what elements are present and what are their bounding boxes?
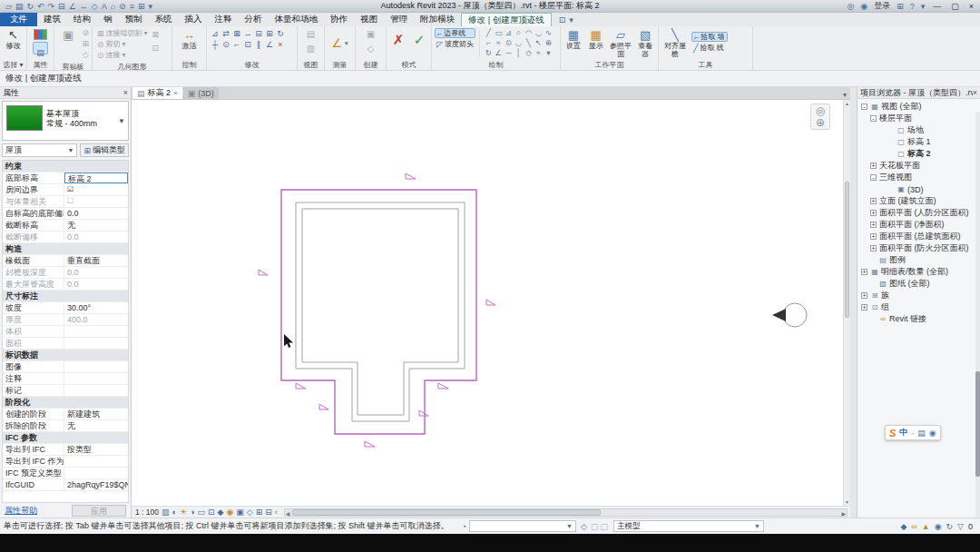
rotate-icon[interactable]: ↻: [275, 28, 286, 39]
analytical-model-icon[interactable]: ◇: [247, 508, 253, 517]
finish-sketch-icon[interactable]: ✓: [410, 28, 428, 52]
property-row[interactable]: 约束: [3, 161, 128, 172]
tree-item[interactable]: ▧ 图纸 (全部): [858, 278, 980, 290]
tree-item[interactable]: + 面积平面 (人防分区面积): [858, 207, 980, 219]
reveal-hidden-icon[interactable]: ◉: [226, 508, 233, 517]
sign-in-label[interactable]: 登录: [874, 0, 890, 12]
browser-scroll-thumb[interactable]: [975, 371, 980, 477]
editing-requests-icon[interactable]: ◇: [581, 522, 587, 531]
copy-clipboard-icon[interactable]: ⊞: [82, 39, 89, 49]
partial-ellipse-icon[interactable]: ◡: [514, 38, 524, 48]
tree-expander[interactable]: +: [861, 269, 867, 275]
modify-button[interactable]: ↖ 修改: [3, 28, 24, 50]
tree-expander[interactable]: -: [861, 104, 867, 110]
browser-scrollbar[interactable]: [975, 112, 980, 518]
open-file-icon[interactable]: ▱: [5, 2, 12, 11]
tree-expander[interactable]: +: [870, 198, 877, 204]
sync-status-icon[interactable]: ↻: [946, 522, 954, 531]
aligned-dimension-icon[interactable]: ↔: [80, 2, 88, 11]
ribbon-tab[interactable]: 体量和场地: [269, 13, 325, 26]
undo-icon[interactable]: ↶: [37, 2, 44, 11]
worksharing-icon[interactable]: ◆: [900, 522, 906, 531]
tree-item[interactable]: + 面积平面 (防火分区面积): [858, 242, 980, 254]
property-row[interactable]: 图像: [3, 361, 128, 373]
tree-item[interactable]: + ⊞ 族: [858, 290, 980, 301]
steering-wheel-icon[interactable]: ◎: [816, 106, 825, 115]
tree-expander[interactable]: +: [861, 304, 867, 310]
viewer-button[interactable]: ▧ 查看器: [635, 28, 655, 58]
property-row[interactable]: 封檐板深度 0.0: [3, 267, 128, 279]
property-row[interactable]: 房间边界 ☑: [3, 184, 128, 196]
worksharing-display-icon[interactable]: ▢: [591, 522, 599, 531]
ribbon-tab[interactable]: 附加模块: [414, 13, 461, 26]
save-icon[interactable]: ▤: [15, 2, 24, 11]
help-icon[interactable]: ?: [910, 2, 915, 11]
cut-geometry-button[interactable]: ⊘剪切 ▾: [95, 39, 150, 49]
split-icon[interactable]: ⊟: [253, 28, 264, 39]
tree-item[interactable]: ∞ Revit 链接: [858, 313, 980, 325]
tree-item[interactable]: - 三维视图: [858, 172, 980, 183]
tree-expander[interactable]: -: [870, 115, 877, 122]
property-row[interactable]: 最大屋脊高度 0.0: [3, 279, 128, 291]
ref-plane-button[interactable]: ▱ 参照平面: [609, 28, 633, 58]
draw-more-icon[interactable]: ▾: [544, 48, 554, 58]
ribbon-tab[interactable]: 管理: [384, 13, 414, 26]
property-row[interactable]: 厚度 400.0: [3, 314, 128, 326]
rectangle-icon[interactable]: ▭: [494, 28, 504, 38]
vcb-expand-icon[interactable]: ‹: [275, 508, 278, 517]
workset-select[interactable]: ▼: [469, 520, 576, 532]
scroll-right-icon[interactable]: ▶: [841, 510, 846, 517]
paint-icon[interactable]: ⊡: [152, 42, 160, 54]
app-store-icon[interactable]: ⊞: [897, 2, 904, 11]
tree-item[interactable]: + ⊡ 组: [858, 301, 980, 313]
hline-icon[interactable]: ─: [504, 48, 514, 58]
rotate-draw-icon[interactable]: ↻: [484, 48, 494, 58]
ime-settings-icon[interactable]: ◉: [929, 429, 936, 438]
displace-elements-icon[interactable]: ⊞: [256, 508, 263, 517]
line-icon[interactable]: ╱: [484, 28, 494, 38]
create-group-icon[interactable]: ◇: [368, 43, 375, 54]
property-row[interactable]: 截断偏移 0.0: [3, 232, 128, 243]
tree-expander[interactable]: +: [870, 233, 877, 240]
tree-item[interactable]: + 天花板平面: [858, 160, 980, 172]
ribbon-state-dropdown-icon[interactable]: ▾: [569, 15, 573, 25]
property-row[interactable]: 注释: [3, 373, 128, 385]
type-selector[interactable]: 基本屋顶 常规 - 400mm ▼: [2, 101, 129, 141]
view-tab-active[interactable]: ▤ 标高 2 ×: [132, 87, 182, 99]
property-row[interactable]: 尺寸标注: [3, 291, 128, 302]
tree-item[interactable]: ▢ 标高 2: [858, 148, 980, 160]
properties-palette-icon[interactable]: ▤: [33, 42, 48, 54]
property-row[interactable]: 底部标高 标高 2: [3, 172, 128, 184]
join-geometry-button[interactable]: ⊙连接 ▾: [95, 50, 150, 60]
ribbon-tab[interactable]: 预制: [119, 13, 149, 26]
ribbon-tab[interactable]: 钢: [97, 13, 119, 26]
activate-dimensions-button[interactable]: ↔ 激活: [177, 28, 202, 50]
property-row[interactable]: 导出到 IFC 按类型: [3, 444, 128, 456]
minimize-button[interactable]: —: [931, 2, 943, 11]
panel-label-view[interactable]: 视图: [298, 60, 324, 70]
ribbon-tab[interactable]: 修改 | 创建屋顶迹线: [461, 13, 552, 26]
tree-item[interactable]: - 楼层平面: [858, 113, 980, 124]
scale-icon[interactable]: ⊡: [242, 39, 253, 50]
panel-label-control[interactable]: 控制: [172, 60, 206, 70]
type-properties-icon[interactable]: [34, 29, 47, 40]
project-browser-close-icon[interactable]: ×: [973, 88, 977, 97]
ime-mode-toggle[interactable]: 中: [899, 427, 907, 439]
show-workplane-button[interactable]: ▦ 显示: [586, 28, 606, 50]
measure-tool-icon[interactable]: ∠: [331, 39, 342, 48]
unpin-icon[interactable]: ∠: [264, 39, 275, 50]
view-properties-icon[interactable]: ▤: [307, 28, 315, 40]
panel-label-properties[interactable]: 属性: [27, 60, 54, 70]
pick-face-icon[interactable]: ⊕: [544, 38, 554, 48]
temporary-view-properties-icon[interactable]: ▣: [236, 508, 244, 517]
delete-icon[interactable]: ×: [275, 39, 286, 50]
measure-icon[interactable]: ∠: [69, 2, 76, 11]
ribbon-tab[interactable]: 视图: [354, 13, 384, 26]
text-icon[interactable]: A: [102, 2, 107, 11]
panel-label-workplane[interactable]: 工作平面: [561, 60, 658, 70]
polygon-icon[interactable]: ⊿: [504, 28, 514, 38]
ellipse-icon[interactable]: ⊙: [504, 38, 514, 48]
panel-label-modify[interactable]: 修改: [207, 60, 297, 70]
design-option-select[interactable]: 主模型▼: [613, 520, 764, 532]
property-row[interactable]: 与体量相关 ☐: [3, 196, 128, 208]
